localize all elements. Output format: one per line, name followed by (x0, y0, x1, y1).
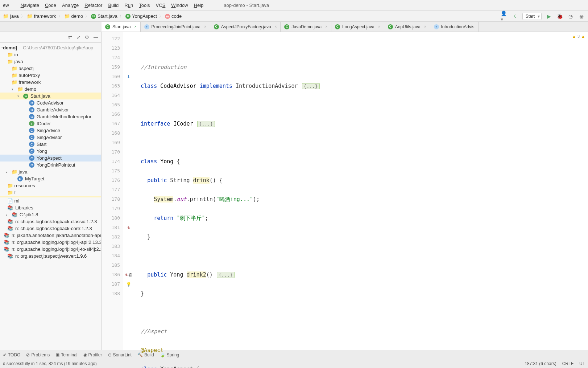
menu-ew[interactable]: ew (3, 3, 15, 8)
tab-proceedingjp[interactable]: ProceedingJoinPoint.java× (141, 22, 210, 32)
gutter-icons: ⬇♞♞ @💡 (123, 32, 134, 350)
tab-aspectjpf[interactable]: CAspectJProxyFactory.java× (210, 22, 281, 32)
tree-item[interactable]: ▾C Start.java (0, 93, 101, 99)
tree-appearance-icon[interactable]: ⇄ (68, 34, 72, 40)
status-sonarlint[interactable]: ⊖ SonarLint (108, 352, 132, 357)
tree-item[interactable]: 📄 ml (0, 197, 101, 204)
tree-item[interactable]: ▸📚 C:\jdk1.8 (0, 211, 101, 218)
tree-item[interactable]: C YongDrinkPointcut (0, 161, 101, 168)
menu-refactor[interactable]: Refactor (84, 3, 102, 8)
tree-item[interactable]: C GambleAdvisor (0, 106, 101, 113)
close-icon[interactable]: × (424, 25, 426, 29)
run-icon[interactable]: ▶ (545, 13, 552, 20)
menu-code[interactable]: Code (45, 3, 56, 8)
close-icon[interactable]: × (204, 25, 206, 29)
close-icon[interactable]: × (325, 25, 327, 29)
tree-item[interactable]: C CodeAdvisor (0, 99, 101, 106)
menu-vcs[interactable]: VCS (156, 3, 166, 8)
tree-item[interactable]: 📚 n: org.apache.logging.log4j:log4j-api:… (0, 239, 101, 246)
menu-run[interactable]: Run (124, 3, 133, 8)
tree-item[interactable]: C Start (0, 141, 101, 148)
tree-item[interactable]: ▾📁 demo (0, 86, 101, 93)
crumb-file[interactable]: CStart.java (91, 13, 117, 19)
tree-item[interactable]: 📚 n: ch.qos.logback:logback-classic:1.2.… (0, 218, 101, 225)
project-tree[interactable]: -demo] C:\Users\47601\Desktop\qike\aop 📁… (0, 43, 101, 261)
tree-item[interactable]: 📁 java (0, 58, 101, 65)
code-editor[interactable]: 1221231241591601631641651661671681691701… (102, 32, 588, 350)
tree-item[interactable]: 📚 Libraries (0, 204, 101, 211)
editor-tabs: CStart.java× ProceedingJoinPoint.java× C… (0, 22, 588, 32)
tree-item[interactable]: 📚 n: ch.qos.logback:logback-core:1.2.3 (0, 225, 101, 232)
close-icon[interactable]: × (134, 25, 137, 29)
tree-item[interactable]: C SingAdvisor (0, 134, 101, 141)
tree-item[interactable]: C MyTarget (0, 175, 101, 182)
tree-expand-icon[interactable]: ⤢ (76, 34, 80, 40)
debug-icon[interactable]: 🐞 (556, 13, 563, 20)
menu-navigate[interactable]: Navigate (21, 3, 39, 8)
crumb-java[interactable]: 📁 java (3, 13, 19, 19)
user-icon[interactable]: 👤▾ (501, 13, 508, 20)
tree-item[interactable]: 📚 n: jakarta.annotation:jakarta.annotati… (0, 232, 101, 239)
tree-item[interactable]: C SingAdvice (0, 127, 101, 134)
status-terminal[interactable]: ▣ Terminal (55, 352, 77, 357)
project-tool-window: ⇄ ⤢ ⚙ — -demo] C:\Users\47601\Desktop\qi… (0, 32, 102, 350)
tab-longaspect[interactable]: CLongAspect.java× (331, 22, 384, 32)
menu-build[interactable]: Build (108, 3, 119, 8)
tree-item[interactable]: C YongAspect (0, 155, 101, 161)
code-area[interactable]: //Introduction class CodeAdvisor impleme… (134, 32, 588, 350)
window-title: aop-demo - Start.java (224, 3, 269, 8)
status-profiler[interactable]: ◉ Profiler (83, 352, 102, 357)
close-icon[interactable]: × (378, 25, 380, 29)
tree-item[interactable]: 📁 aspectj (0, 65, 101, 72)
status-todo[interactable]: ✔ TODO (3, 352, 20, 357)
tree-item[interactable]: C GambleMethodInterceptor (0, 113, 101, 120)
tab-start[interactable]: CStart.java× (102, 22, 141, 32)
tree-item[interactable]: 📁 autoProxy (0, 72, 101, 79)
crumb-method[interactable]: mcode (165, 13, 182, 19)
menu-bar: ew Navigate Code Analyze Refactor Build … (0, 0, 588, 11)
build-icon[interactable]: ⤹ (512, 13, 519, 20)
tree-item[interactable]: 📁 t (0, 189, 101, 196)
crumb-demo[interactable]: 📁 demo (64, 13, 83, 19)
navigation-bar: 📁 java〉 📁 framework〉 📁 demo〉 CStart.java… (0, 11, 588, 22)
coverage-icon[interactable]: ◔ (567, 13, 574, 20)
tree-settings-icon[interactable]: ⚙ (85, 34, 89, 40)
tree-hide-icon[interactable]: — (94, 34, 98, 40)
build-message: d successfully in 1 sec, 824 ms (19 minu… (3, 361, 97, 366)
tab-introductionadvis[interactable]: IntroductionAdvis (430, 22, 479, 32)
menu-help[interactable]: Help (194, 3, 204, 8)
line-gutter: 1221231241591601631641651661671681691701… (102, 32, 123, 350)
tree-item[interactable]: 📁 resources (0, 182, 101, 189)
tree-item[interactable]: 📁 in (0, 51, 101, 58)
inspection-summary[interactable]: ▲3 ▲ (572, 34, 585, 38)
menu-window[interactable]: Window (171, 3, 188, 8)
tree-item[interactable]: C Yong (0, 148, 101, 155)
tree-item[interactable]: I ICoder (0, 120, 101, 127)
menu-analyze[interactable]: Analyze (62, 3, 79, 8)
tab-aoputils[interactable]: CAopUtils.java× (384, 22, 430, 32)
proj-root[interactable]: -demo] C:\Users\47601\Desktop\qike\aop (0, 44, 101, 51)
tree-item[interactable]: 📁 framework (0, 79, 101, 86)
profile-icon[interactable]: ◉ (578, 13, 585, 20)
crumb-class[interactable]: CYongAspect (125, 13, 157, 19)
tree-item[interactable]: 📚 n: org.aspectj:aspectjweaver:1.9.6 (0, 253, 101, 259)
crumb-framework[interactable]: 📁 framework (27, 13, 56, 19)
tab-javademo[interactable]: CJavaDemo.java× (281, 22, 331, 32)
close-icon[interactable]: × (275, 25, 277, 29)
tree-item[interactable]: ▸📁 java (0, 168, 101, 175)
menu-tools[interactable]: Tools (139, 3, 150, 8)
tree-item[interactable]: 📚 n: org.apache.logging.log4j:log4j-to-s… (0, 246, 101, 253)
run-config-select[interactable]: Start (522, 13, 542, 20)
status-problems[interactable]: ⊘ Problems (26, 352, 50, 357)
